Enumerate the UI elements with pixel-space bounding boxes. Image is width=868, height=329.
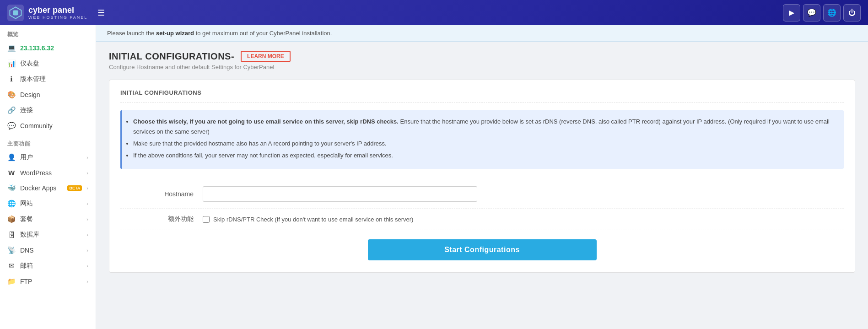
dashboard-icon: 📊 bbox=[7, 59, 16, 68]
sidebar-item-ip[interactable]: 💻 23.133.6.32 bbox=[0, 40, 96, 56]
sidebar-item-wordpress[interactable]: W WordPress › bbox=[0, 165, 96, 180]
email-arrow: › bbox=[86, 263, 88, 269]
ftp-label: FTP bbox=[20, 278, 82, 285]
docker-label: Docker Apps bbox=[20, 184, 63, 192]
info-bullet-1: Choose this wisely, if you are not going… bbox=[133, 117, 836, 137]
page-title-row: INITIAL CONFIGURATIONS- LEARN MORE bbox=[109, 51, 855, 62]
dns-label: DNS bbox=[20, 247, 82, 254]
docker-icon: 🐳 bbox=[7, 184, 16, 192]
wordpress-icon: W bbox=[7, 169, 16, 177]
users-icon: 👤 bbox=[7, 153, 16, 162]
info-icon: ℹ bbox=[7, 75, 16, 83]
logo-area: cyber panel WEB HOSTING PANEL ☰ bbox=[7, 5, 105, 21]
wordpress-label: WordPress bbox=[20, 169, 82, 177]
page-subtitle: Configure Hostname and other default Set… bbox=[109, 64, 855, 70]
dns-arrow: › bbox=[86, 248, 88, 253]
beta-badge: BETA bbox=[67, 185, 82, 191]
page-title: INITIAL CONFIGURATIONS- bbox=[109, 51, 234, 62]
info-bullet-3: If the above conditions fail, your serve… bbox=[133, 151, 836, 161]
sidebar-item-database[interactable]: 🗄 数据库 › bbox=[0, 227, 96, 243]
alert-prefix: Please launch the bbox=[107, 30, 156, 37]
logo-sub: WEB HOSTING PANEL bbox=[28, 15, 87, 20]
sidebar-item-dashboard[interactable]: 📊 仪表盘 bbox=[0, 56, 96, 71]
wordpress-arrow: › bbox=[86, 170, 88, 176]
card-title: INITIAL CONFIGURATIONS bbox=[120, 89, 844, 103]
main-section-label: 主要功能 bbox=[0, 134, 96, 150]
globe-button[interactable]: 🌐 bbox=[823, 4, 841, 22]
monitor-icon: 💻 bbox=[7, 44, 16, 52]
sidebar-item-dns[interactable]: 📡 DNS › bbox=[0, 243, 96, 258]
logo-text: cyber panel WEB HOSTING PANEL bbox=[28, 5, 87, 20]
hostname-row: Hostname bbox=[120, 180, 844, 209]
layout: 概览 💻 23.133.6.32 📊 仪表盘 ℹ 版本管理 🎨 Design 🔗… bbox=[0, 25, 868, 329]
cyberpanel-logo bbox=[7, 5, 24, 21]
top-header: cyber panel WEB HOSTING PANEL ☰ ▶ 💬 🌐 ⏻ bbox=[0, 0, 868, 25]
sidebar-item-packages[interactable]: 📦 套餐 › bbox=[0, 211, 96, 227]
connect-label: 连接 bbox=[20, 106, 88, 114]
users-arrow: › bbox=[86, 155, 88, 160]
alert-suffix: to get maximum out of your CyberPanel in… bbox=[194, 30, 332, 37]
svg-rect-2 bbox=[13, 10, 18, 15]
packages-icon: 📦 bbox=[7, 215, 16, 223]
database-icon: 🗄 bbox=[7, 231, 16, 239]
ftp-icon: 📁 bbox=[7, 277, 16, 286]
sidebar-item-users[interactable]: 👤 用户 › bbox=[0, 150, 96, 165]
dashboard-label: 仪表盘 bbox=[20, 59, 88, 68]
design-icon: 🎨 bbox=[7, 91, 16, 99]
sidebar-toggle[interactable]: ☰ bbox=[97, 8, 105, 18]
email-label: 邮箱 bbox=[20, 262, 82, 270]
community-label: Community bbox=[20, 122, 88, 129]
database-label: 数据库 bbox=[20, 231, 82, 239]
skip-rdns-label[interactable]: Skip rDNS/PTR Check (If you don't want t… bbox=[213, 216, 413, 223]
power-button[interactable]: ⏻ bbox=[843, 4, 861, 22]
sidebar-item-docker[interactable]: 🐳 Docker Apps BETA › bbox=[0, 180, 96, 196]
websites-icon: 🌐 bbox=[7, 200, 16, 208]
logo-cyber: cyber panel bbox=[28, 5, 87, 15]
version-label: 版本管理 bbox=[20, 75, 88, 83]
sidebar-item-design[interactable]: 🎨 Design bbox=[0, 87, 96, 102]
alert-link[interactable]: set-up wizard bbox=[156, 30, 194, 37]
websites-arrow: › bbox=[86, 201, 88, 206]
packages-label: 套餐 bbox=[20, 215, 82, 223]
hostname-label: Hostname bbox=[120, 190, 203, 198]
connect-icon: 🔗 bbox=[7, 106, 16, 114]
docker-arrow: › bbox=[86, 185, 88, 191]
users-label: 用户 bbox=[20, 153, 82, 162]
ftp-arrow: › bbox=[86, 279, 88, 284]
sidebar: 概览 💻 23.133.6.32 📊 仪表盘 ℹ 版本管理 🎨 Design 🔗… bbox=[0, 25, 96, 329]
extra-row: 额外功能 Skip rDNS/PTR Check (If you don't w… bbox=[120, 209, 844, 230]
info-bullet-2: Make sure that the provided hostname als… bbox=[133, 139, 836, 149]
extra-label: 额外功能 bbox=[120, 215, 203, 223]
packages-arrow: › bbox=[86, 216, 88, 222]
email-icon: ✉ bbox=[7, 262, 16, 270]
page-content: INITIAL CONFIGURATIONS- LEARN MORE Confi… bbox=[96, 42, 868, 282]
design-label: Design bbox=[20, 91, 88, 98]
alert-banner: Please launch the set-up wizard to get m… bbox=[96, 25, 868, 42]
config-card: INITIAL CONFIGURATIONS Choose this wisel… bbox=[109, 80, 855, 273]
youtube-button[interactable]: ▶ bbox=[783, 4, 800, 22]
info-box: Choose this wisely, if you are not going… bbox=[120, 110, 844, 169]
overview-section-label: 概览 bbox=[0, 25, 96, 40]
main-content: Please launch the set-up wizard to get m… bbox=[96, 25, 868, 329]
sidebar-item-websites[interactable]: 🌐 网站 › bbox=[0, 196, 96, 211]
sidebar-item-community[interactable]: 💬 Community bbox=[0, 118, 96, 134]
websites-label: 网站 bbox=[20, 200, 82, 208]
sidebar-item-connect[interactable]: 🔗 连接 bbox=[0, 102, 96, 118]
header-actions: ▶ 💬 🌐 ⏻ bbox=[783, 4, 861, 22]
start-configurations-button[interactable]: Start Configurations bbox=[368, 239, 597, 260]
checkbox-area: Skip rDNS/PTR Check (If you don't want t… bbox=[203, 216, 413, 223]
submit-row: Start Configurations bbox=[120, 230, 844, 263]
sidebar-item-ftp[interactable]: 📁 FTP › bbox=[0, 274, 96, 289]
hostname-input[interactable] bbox=[203, 186, 477, 202]
sidebar-item-email[interactable]: ✉ 邮箱 › bbox=[0, 258, 96, 274]
sidebar-item-version[interactable]: ℹ 版本管理 bbox=[0, 71, 96, 87]
learn-more-button[interactable]: LEARN MORE bbox=[241, 51, 291, 62]
database-arrow: › bbox=[86, 232, 88, 237]
ip-address: 23.133.6.32 bbox=[20, 44, 88, 52]
chat-button[interactable]: 💬 bbox=[803, 4, 820, 22]
dns-icon: 📡 bbox=[7, 246, 16, 254]
community-icon: 💬 bbox=[7, 122, 16, 130]
skip-rdns-checkbox[interactable] bbox=[203, 216, 210, 223]
